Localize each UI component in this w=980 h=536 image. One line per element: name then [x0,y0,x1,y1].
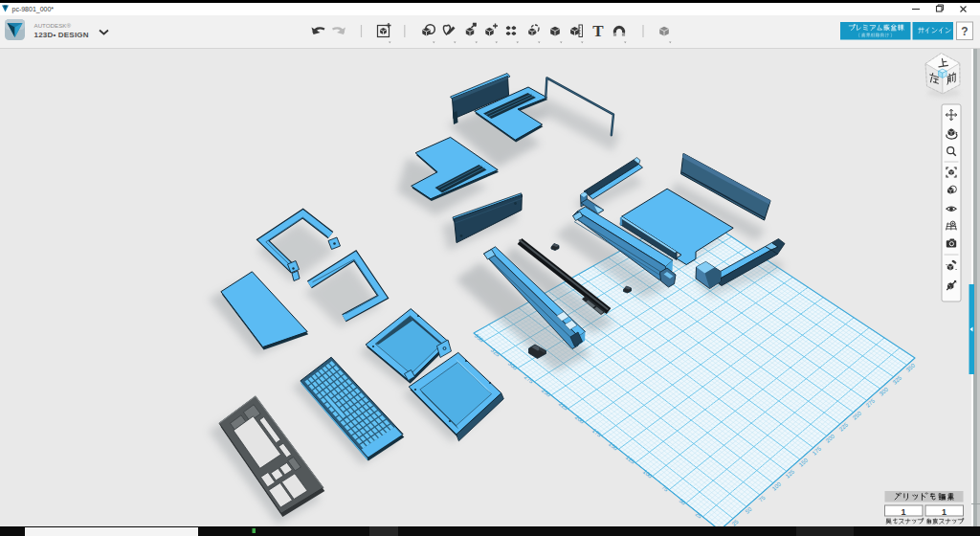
svg-text:T: T [592,22,604,40]
svg-text:AUTODESK®: AUTODESK® [34,22,72,29]
svg-text:?: ? [961,25,968,38]
svg-text:pc-9801_000*: pc-9801_000* [12,6,55,13]
svg-text:123D• DESIGN: 123D• DESIGN [34,31,89,39]
svg-text:1: 1 [901,507,905,517]
svg-text:1: 1 [942,507,947,517]
